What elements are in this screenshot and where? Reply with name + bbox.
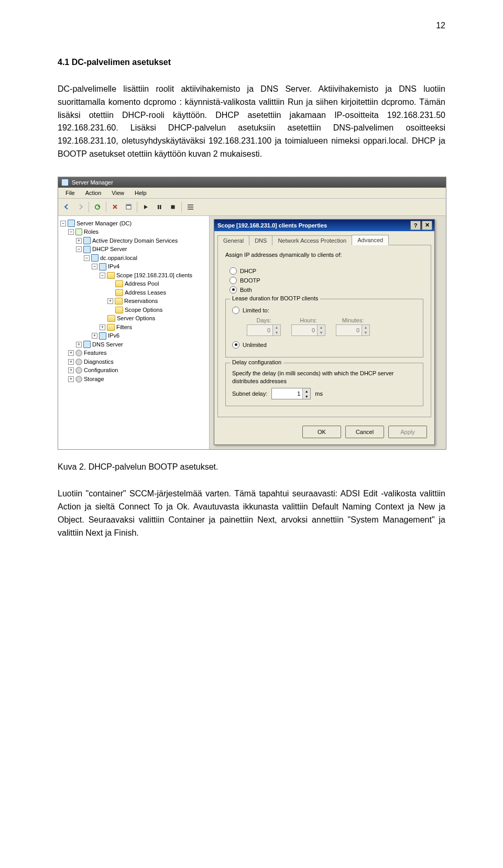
help-icon[interactable]: ? xyxy=(410,221,421,230)
spin-down-icon[interactable]: ▼ xyxy=(362,330,369,335)
expand-toggle-icon[interactable]: + xyxy=(68,350,74,356)
radio-label: Both xyxy=(240,287,252,293)
menu-file[interactable]: File xyxy=(60,189,80,197)
radio-label: BOOTP xyxy=(240,277,260,284)
days-spinbox[interactable]: 0 ▲▼ xyxy=(247,324,281,336)
expand-toggle-icon[interactable]: + xyxy=(107,298,113,304)
tab-dns[interactable]: DNS xyxy=(249,235,272,245)
toolbar-back-icon[interactable] xyxy=(60,201,73,213)
toolbar xyxy=(58,199,446,216)
tab-nap[interactable]: Network Access Protection xyxy=(272,235,352,245)
toolbar-refresh-icon[interactable] xyxy=(91,201,104,213)
radio-unlimited[interactable]: Unlimited xyxy=(232,341,417,349)
spin-down-icon[interactable]: ▼ xyxy=(318,330,325,335)
spin-down-icon[interactable]: ▼ xyxy=(273,330,280,335)
minutes-label: Minutes: xyxy=(342,317,364,323)
toolbar-forward-icon[interactable] xyxy=(74,201,86,213)
radio-label: Limited to: xyxy=(243,307,269,313)
menu-action[interactable]: Action xyxy=(80,189,107,197)
delay-spinbox[interactable]: 1 ▲▼ xyxy=(271,388,311,399)
tree-row[interactable]: +Configuration xyxy=(60,366,207,375)
toolbar-stop-icon[interactable] xyxy=(167,201,179,213)
expand-toggle-icon[interactable]: + xyxy=(68,359,74,365)
expand-toggle-icon[interactable]: − xyxy=(76,246,82,252)
tree-row[interactable]: −IPv4 xyxy=(60,262,207,271)
toolbar-pause-icon[interactable] xyxy=(153,201,166,213)
role-icon xyxy=(75,229,82,235)
expand-toggle-icon[interactable]: − xyxy=(60,221,66,226)
tree-row[interactable]: +DNS Server xyxy=(60,340,207,349)
expand-toggle-icon[interactable]: + xyxy=(92,333,97,339)
tree-row[interactable]: +IPv6 xyxy=(60,331,207,340)
tree-row[interactable]: +Storage xyxy=(60,375,207,384)
expand-toggle-icon[interactable]: − xyxy=(92,264,97,269)
menu-help[interactable]: Help xyxy=(129,189,152,197)
toolbar-play-icon[interactable] xyxy=(139,201,152,213)
tree-row[interactable]: −Server Manager (DC) xyxy=(60,219,207,228)
tree-row[interactable]: +Filters xyxy=(60,323,207,332)
expand-toggle-icon[interactable]: + xyxy=(76,342,82,348)
expand-toggle-icon[interactable]: + xyxy=(68,376,74,382)
radio-dhcp[interactable]: DHCP xyxy=(229,267,419,275)
delay-fieldset: Delay configuration Specify the delay (i… xyxy=(225,363,423,407)
spin-up-icon[interactable]: ▲ xyxy=(318,325,325,330)
menu-view[interactable]: View xyxy=(106,189,129,197)
radio-icon xyxy=(229,286,237,294)
tree-row[interactable]: −Roles xyxy=(60,227,207,236)
expand-toggle-icon[interactable]: − xyxy=(100,273,105,278)
gear-icon xyxy=(75,359,82,365)
radio-limited[interactable]: Limited to: xyxy=(232,307,417,314)
tree-item-label: Roles xyxy=(84,227,99,236)
gear-icon xyxy=(75,376,82,383)
server-icon xyxy=(83,341,91,348)
folder-icon xyxy=(107,324,115,331)
tree-row[interactable]: +Active Directory Domain Services xyxy=(60,236,207,245)
tree-row[interactable]: +Reservations xyxy=(60,297,207,306)
tree-row[interactable]: Address Leases xyxy=(60,288,207,297)
radio-label: Unlimited xyxy=(243,342,267,348)
ok-button[interactable]: OK xyxy=(302,426,341,438)
toolbar-list-icon[interactable] xyxy=(184,201,196,213)
expand-toggle-icon[interactable]: + xyxy=(76,238,82,244)
hours-value: 0 xyxy=(292,327,317,333)
lease-fieldset: Lease duration for BOOTP clients Limited… xyxy=(225,299,423,357)
tree-row[interactable]: −DHCP Server xyxy=(60,245,207,254)
expand-toggle-icon[interactable]: − xyxy=(68,229,74,235)
server-icon xyxy=(83,237,91,244)
tree-row[interactable]: +Features xyxy=(60,349,207,357)
spin-up-icon[interactable]: ▲ xyxy=(303,388,310,394)
hours-spinbox[interactable]: 0 ▲▼ xyxy=(291,324,325,336)
tree-item-label: Filters xyxy=(116,323,132,332)
spin-up-icon[interactable]: ▲ xyxy=(362,325,369,330)
tree-row[interactable]: Scope Options xyxy=(60,306,207,314)
tree-row[interactable]: −dc.oppari.local xyxy=(60,254,207,263)
folder-icon xyxy=(115,298,123,305)
close-icon[interactable]: ✕ xyxy=(422,221,432,230)
dialog-titlebar: Scope [192.168.231.0] clients Properties… xyxy=(214,220,434,231)
expand-toggle-icon[interactable]: + xyxy=(68,367,74,373)
radio-both[interactable]: Both xyxy=(229,286,419,294)
expand-toggle-icon[interactable]: + xyxy=(100,324,105,330)
radio-bootp[interactable]: BOOTP xyxy=(229,277,419,284)
assign-label: Assign IP addresses dynamically to clien… xyxy=(225,252,423,258)
expand-toggle-icon[interactable]: − xyxy=(84,255,90,261)
server-icon xyxy=(91,254,99,262)
tab-general[interactable]: General xyxy=(217,235,249,245)
toolbar-delete-icon[interactable] xyxy=(108,201,121,213)
tree-row[interactable]: Server Options xyxy=(60,314,207,323)
cancel-button[interactable]: Cancel xyxy=(345,426,384,438)
tree-row[interactable]: Address Pool xyxy=(60,279,207,288)
tree-item-label: Server Manager (DC) xyxy=(76,219,132,228)
spin-down-icon[interactable]: ▼ xyxy=(303,394,310,399)
tree-row[interactable]: −Scope [192.168.231.0] clients xyxy=(60,271,207,280)
toolbar-properties-icon[interactable] xyxy=(122,201,135,213)
spin-up-icon[interactable]: ▲ xyxy=(273,325,280,330)
apply-button[interactable]: Apply xyxy=(388,426,427,438)
svg-rect-2 xyxy=(127,205,130,206)
minutes-spinbox[interactable]: 0 ▲▼ xyxy=(336,324,370,336)
tab-advanced[interactable]: Advanced xyxy=(352,235,389,245)
gear-icon xyxy=(75,350,82,356)
tree-row[interactable]: +Diagnostics xyxy=(60,357,207,366)
tree-item-label: Storage xyxy=(84,375,104,384)
minutes-value: 0 xyxy=(336,327,362,333)
